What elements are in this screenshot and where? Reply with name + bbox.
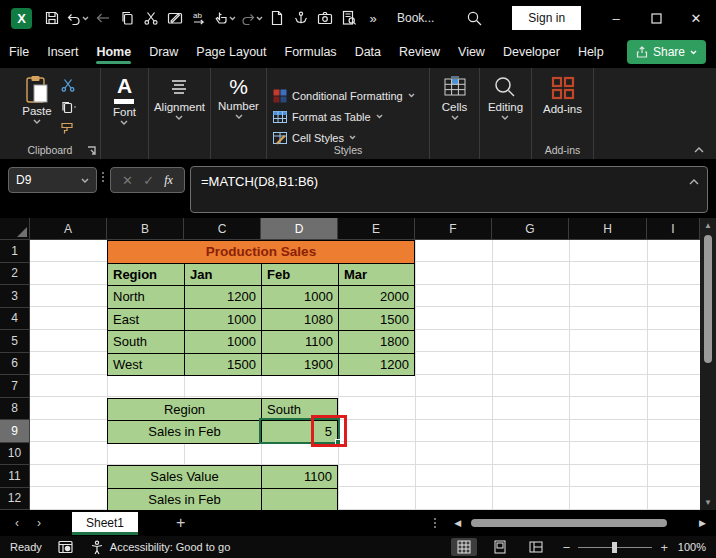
tab-help[interactable]: Help — [569, 38, 613, 66]
note-pen-icon[interactable] — [163, 4, 187, 32]
replace-icon[interactable]: ab — [187, 4, 211, 32]
cell-b2[interactable]: Region — [108, 264, 185, 287]
cell-b5[interactable]: South — [108, 331, 185, 354]
undo-icon[interactable] — [64, 4, 91, 32]
cell-c3[interactable]: 1200 — [185, 286, 262, 309]
cell-d12[interactable] — [262, 489, 338, 512]
column-header-i[interactable]: I — [647, 218, 700, 240]
hscroll-right-icon[interactable]: ▶ — [695, 518, 710, 528]
row-header-1[interactable]: 1 — [0, 240, 30, 263]
page-break-icon[interactable] — [523, 538, 549, 556]
tab-home[interactable]: Home — [87, 38, 140, 66]
row-header-3[interactable]: 3 — [0, 285, 30, 308]
editing-button[interactable]: Editing — [488, 68, 523, 120]
horizontal-scrollbar[interactable] — [465, 517, 695, 529]
cell-d2[interactable]: Feb — [262, 264, 339, 287]
format-painter-icon[interactable] — [60, 121, 76, 136]
share-button[interactable]: Share — [627, 40, 706, 64]
column-header-c[interactable]: C — [184, 218, 261, 240]
column-header-h[interactable]: H — [569, 218, 647, 240]
cell-d3[interactable]: 1000 — [262, 286, 339, 309]
cell-d9[interactable]: 5 — [262, 421, 338, 444]
number-button[interactable]: % Number — [218, 68, 259, 119]
row-header-11[interactable]: 11 — [0, 465, 30, 488]
cell-c2[interactable]: Jan — [185, 264, 262, 287]
vertical-scrollbar[interactable]: ▲ ▼ — [700, 218, 716, 510]
minimize-button[interactable]: – — [596, 0, 636, 36]
cell-b11[interactable]: Sales Value — [108, 466, 262, 489]
cell-d6[interactable]: 1900 — [262, 354, 339, 377]
search-icon[interactable] — [462, 4, 486, 32]
anchor-icon[interactable] — [289, 4, 313, 32]
next-sheet-icon[interactable]: › — [28, 516, 50, 530]
redo-icon[interactable] — [238, 4, 265, 32]
zoom-in-icon[interactable]: + — [660, 540, 668, 555]
cell-c5[interactable]: 1000 — [185, 331, 262, 354]
row-header-9[interactable]: 9 — [0, 420, 30, 443]
confirm-entry-icon[interactable]: ✓ — [143, 173, 154, 188]
tab-file[interactable]: File — [0, 38, 38, 66]
row-header-5[interactable]: 5 — [0, 330, 30, 353]
row-header-8[interactable]: 8 — [0, 398, 30, 421]
tab-bar-options-handle[interactable] — [434, 518, 436, 528]
column-header-b[interactable]: B — [107, 218, 184, 240]
zoom-out-icon[interactable]: − — [563, 540, 571, 555]
sign-in-button[interactable]: Sign in — [512, 6, 581, 30]
cell-c4[interactable]: 1000 — [185, 309, 262, 332]
paste-button[interactable]: Paste — [22, 68, 51, 124]
tab-review[interactable]: Review — [390, 38, 449, 66]
cells-area[interactable]: Production Sales Region Jan Feb Mar Nort… — [30, 240, 700, 510]
cut-icon[interactable] — [139, 4, 163, 32]
name-box[interactable]: D9 — [8, 167, 97, 193]
tab-draw[interactable]: Draw — [140, 38, 187, 66]
row-header-7[interactable]: 7 — [0, 375, 30, 398]
cell-b4[interactable]: East — [108, 309, 185, 332]
doc-search-icon[interactable] — [337, 4, 361, 32]
cell-e4[interactable]: 1500 — [339, 309, 415, 332]
tab-view[interactable]: View — [449, 38, 494, 66]
tab-formulas[interactable]: Formulas — [276, 38, 346, 66]
scroll-down-icon[interactable]: ▼ — [700, 498, 716, 507]
cell-d11[interactable]: 1100 — [262, 466, 338, 489]
normal-view-icon[interactable] — [451, 538, 477, 556]
row-header-10[interactable]: 10 — [0, 443, 30, 466]
row-header-2[interactable]: 2 — [0, 263, 30, 286]
row-header-6[interactable]: 6 — [0, 353, 30, 376]
cell-d4[interactable]: 1080 — [262, 309, 339, 332]
cell-d8[interactable]: South — [262, 399, 338, 422]
format-as-table-button[interactable]: Format as Table — [273, 106, 383, 127]
touch-mode-icon[interactable] — [211, 4, 238, 32]
save-icon[interactable] — [40, 4, 64, 32]
add-sheet-icon[interactable]: + — [176, 514, 185, 532]
tab-developer[interactable]: Developer — [494, 38, 569, 66]
expand-formula-bar-icon[interactable] — [689, 179, 699, 185]
zoom-level[interactable]: 100% — [672, 541, 706, 553]
conditional-formatting-button[interactable]: Conditional Formatting — [273, 85, 415, 106]
zoom-slider[interactable] — [578, 547, 652, 548]
copy-icon[interactable] — [115, 4, 139, 32]
font-button[interactable]: A Font — [113, 68, 136, 125]
column-header-f[interactable]: F — [415, 218, 492, 240]
tab-insert[interactable]: Insert — [38, 38, 87, 66]
tab-data[interactable]: Data — [346, 38, 390, 66]
collapse-ribbon-icon[interactable] — [694, 147, 704, 153]
new-file-icon[interactable] — [265, 4, 289, 32]
scroll-up-icon[interactable]: ▲ — [700, 221, 716, 230]
sheet-tab-sheet1[interactable]: Sheet1 — [72, 512, 138, 535]
back-icon[interactable] — [91, 4, 115, 32]
formula-bar-drag-handle[interactable] — [102, 172, 104, 182]
cell-b1-title[interactable]: Production Sales — [108, 241, 415, 264]
prev-sheet-icon[interactable]: ‹ — [6, 516, 28, 530]
cell-e2[interactable]: Mar — [339, 264, 415, 287]
cell-e6[interactable]: 1200 — [339, 354, 415, 377]
cell-c6[interactable]: 1500 — [185, 354, 262, 377]
dialog-launcher-icon[interactable] — [87, 146, 96, 155]
accessibility-status[interactable]: Accessibility: Good to go — [90, 540, 230, 555]
row-header-4[interactable]: 4 — [0, 308, 30, 331]
macro-record-icon[interactable] — [58, 540, 74, 554]
cell-b8[interactable]: Region — [108, 399, 262, 422]
alignment-button[interactable]: Alignment — [154, 68, 205, 120]
cell-e3[interactable]: 2000 — [339, 286, 415, 309]
column-header-d[interactable]: D — [261, 218, 338, 240]
zoom-slider-thumb[interactable] — [612, 542, 617, 553]
